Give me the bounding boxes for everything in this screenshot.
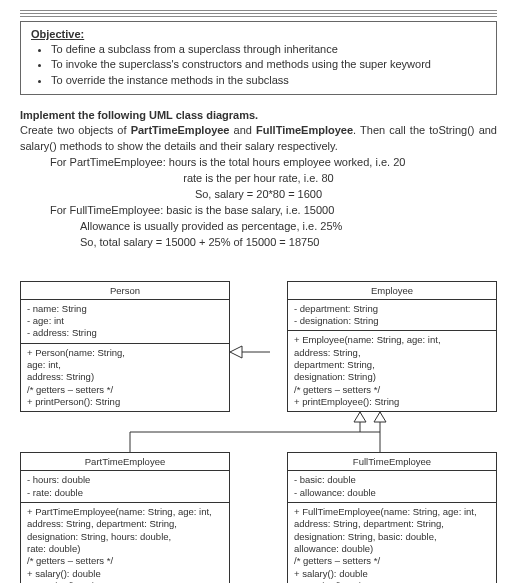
objective-title: Objective: (31, 28, 486, 40)
top-rule (20, 10, 497, 17)
uml-connectors (20, 412, 497, 452)
objective-list: To define a subclass from a superclass t… (31, 42, 486, 88)
uml-title: Employee (288, 282, 496, 300)
uml-attributes: - basic: double - allowance: double (288, 471, 496, 503)
svg-marker-8 (230, 346, 242, 358)
pt-line3: So, salary = 20*80 = 1600 (20, 187, 497, 203)
svg-marker-6 (374, 412, 386, 422)
ft-line2: Allowance is usually provided as percent… (20, 219, 497, 235)
uml-attributes: - hours: double - rate: double (21, 471, 229, 503)
uml-class-person: Person - name: String - age: int - addre… (20, 281, 230, 413)
uml-attributes: - name: String - age: int - address: Str… (21, 300, 229, 344)
uml-operations: + PartTimeEmployee(name: String, age: in… (21, 503, 229, 583)
instructions-title: Implement the following UML class diagra… (20, 109, 497, 121)
objective-box: Objective: To define a subclass from a s… (20, 21, 497, 95)
ft-line1: For FullTimeEmployee: basic is the base … (20, 203, 497, 219)
generalization-arrow-icon (230, 342, 270, 362)
objective-item: To override the instance methods in the … (51, 73, 486, 88)
text-bold: FullTimeEmployee (256, 124, 353, 136)
ft-line3: So, total salary = 15000 + 25% of 15000 … (20, 235, 497, 251)
instructions: Implement the following UML class diagra… (20, 109, 497, 251)
uml-diagram: Person - name: String - age: int - addre… (20, 281, 497, 583)
objective-item: To invoke the superclass's constructors … (51, 57, 486, 72)
inheritance-arrows-icon (20, 412, 497, 452)
uml-class-parttime: PartTimeEmployee - hours: double - rate:… (20, 452, 230, 583)
svg-marker-4 (354, 412, 366, 422)
uml-operations: + Person(name: String, age: int, address… (21, 344, 229, 412)
uml-operations: + Employee(name: String, age: int, addre… (288, 331, 496, 411)
uml-title: FullTimeEmployee (288, 453, 496, 471)
uml-class-fulltime: FullTimeEmployee - basic: double - allow… (287, 452, 497, 583)
uml-title: Person (21, 282, 229, 300)
uml-class-employee: Employee - department: String - designat… (287, 281, 497, 413)
text: Create two objects of (20, 124, 131, 136)
pt-line1: For PartTimeEmployee: hours is the total… (20, 155, 497, 171)
uml-title: PartTimeEmployee (21, 453, 229, 471)
pt-line2: rate is the per hour rate, i.e. 80 (20, 171, 497, 187)
instructions-body: Create two objects of PartTimeEmployee a… (20, 123, 497, 155)
text: and (229, 124, 256, 136)
objective-item: To define a subclass from a superclass t… (51, 42, 486, 57)
uml-attributes: - department: String - designation: Stri… (288, 300, 496, 332)
uml-operations: + FullTimeEmployee(name: String, age: in… (288, 503, 496, 583)
text-bold: PartTimeEmployee (131, 124, 230, 136)
